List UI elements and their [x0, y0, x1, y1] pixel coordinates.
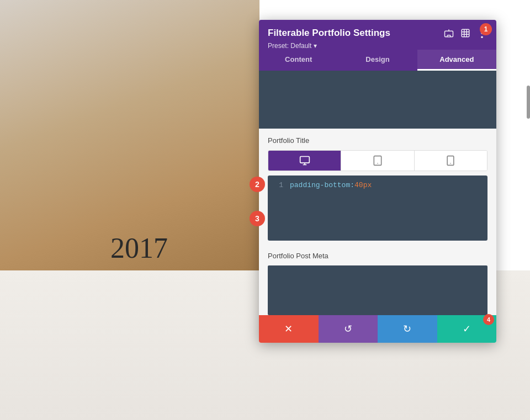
portfolio-post-meta-section: Portfolio Post Meta	[259, 246, 496, 315]
svg-rect-10	[447, 156, 454, 166]
svg-rect-1	[462, 29, 469, 37]
desktop-device-btn[interactable]	[268, 151, 341, 171]
confirm-button[interactable]: ✓ 4	[437, 315, 497, 343]
mobile-device-btn[interactable]	[415, 151, 487, 171]
scrollbar-thumb[interactable]	[527, 86, 530, 119]
step-badge-3: 3	[250, 211, 265, 226]
responsive-icon[interactable]	[443, 28, 454, 39]
svg-point-4	[481, 36, 483, 38]
portfolio-title-label: Portfolio Title	[268, 136, 487, 145]
expand-icon[interactable]	[460, 28, 471, 39]
tab-content[interactable]: Content	[259, 50, 338, 71]
step-badge-4: 4	[483, 314, 494, 325]
panel-header-icons: 1	[443, 28, 487, 39]
portfolio-title-section: Portfolio Title	[259, 129, 496, 246]
settings-panel: Filterable Portfolio Settings	[259, 20, 496, 343]
panel-footer: ✕ ↺ ↻ ✓ 4	[259, 315, 496, 343]
tab-design[interactable]: Design	[338, 50, 417, 71]
svg-rect-8	[374, 156, 381, 166]
portfolio-post-meta-label: Portfolio Post Meta	[268, 252, 487, 260]
device-selector	[268, 150, 487, 171]
panel-header: Filterable Portfolio Settings	[259, 20, 496, 50]
css-code-editor[interactable]: 1 padding-bottom:40px	[268, 176, 487, 241]
redo-button[interactable]: ↻	[378, 315, 437, 343]
panel-title: Filterable Portfolio Settings	[268, 28, 390, 39]
tab-advanced[interactable]: Advanced	[417, 50, 496, 71]
cancel-button[interactable]: ✕	[259, 315, 319, 343]
notification-badge-1: 1	[480, 23, 492, 35]
post-meta-preview-area	[268, 265, 487, 315]
svg-rect-0	[445, 31, 453, 37]
more-options-wrap: 1	[476, 28, 487, 39]
undo-button[interactable]: ↺	[319, 315, 378, 343]
preset-selector[interactable]: Preset: Default ▾	[268, 42, 487, 50]
svg-rect-5	[300, 157, 309, 163]
code-line-1: 1 padding-bottom:40px	[274, 181, 481, 189]
year-label: 2017	[110, 232, 168, 264]
panel-tabs: Content Design Advanced	[259, 50, 496, 71]
panel-body: Portfolio Title	[259, 71, 496, 315]
step-badge-2: 2	[250, 177, 265, 192]
top-preview-area	[259, 71, 496, 129]
tablet-device-btn[interactable]	[341, 151, 414, 171]
